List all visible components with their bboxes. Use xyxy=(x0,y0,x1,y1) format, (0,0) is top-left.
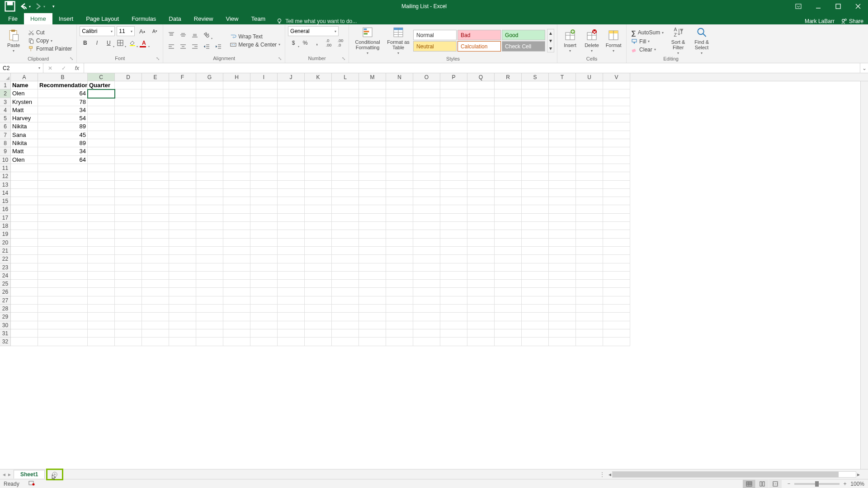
cell[interactable] xyxy=(386,255,413,263)
row-header[interactable]: 15 xyxy=(0,197,11,205)
cell[interactable] xyxy=(278,280,305,288)
cell[interactable] xyxy=(386,338,413,346)
cell[interactable] xyxy=(549,114,576,122)
cell[interactable] xyxy=(603,172,630,180)
cell[interactable] xyxy=(413,205,440,213)
cell[interactable] xyxy=(169,122,196,131)
cell[interactable] xyxy=(413,313,440,321)
cell[interactable] xyxy=(549,272,576,280)
cell[interactable] xyxy=(495,296,522,305)
cell[interactable] xyxy=(522,205,549,213)
cell[interactable] xyxy=(142,263,169,272)
column-header-D[interactable]: D xyxy=(115,73,142,81)
cell[interactable] xyxy=(440,296,467,305)
cell[interactable] xyxy=(38,172,88,180)
cell[interactable] xyxy=(332,156,359,164)
cell[interactable] xyxy=(467,122,495,131)
cell[interactable] xyxy=(603,156,630,164)
cell[interactable] xyxy=(305,305,332,313)
cell[interactable] xyxy=(278,139,305,147)
cell[interactable] xyxy=(223,89,250,98)
cell[interactable] xyxy=(386,239,413,247)
cell[interactable] xyxy=(305,172,332,180)
cell[interactable] xyxy=(359,122,386,131)
cell[interactable] xyxy=(359,263,386,272)
styles-scroll-up[interactable]: ▴ xyxy=(547,29,554,37)
view-page-break-button[interactable] xyxy=(769,480,782,488)
cell[interactable] xyxy=(467,131,495,139)
cell[interactable] xyxy=(603,131,630,139)
cell[interactable] xyxy=(603,338,630,346)
cell[interactable] xyxy=(142,305,169,313)
cell[interactable] xyxy=(305,230,332,238)
wrap-text-button[interactable]: Wrap Text xyxy=(228,33,282,40)
cell[interactable] xyxy=(522,272,549,280)
cell[interactable] xyxy=(576,197,603,205)
tab-home[interactable]: Home xyxy=(24,13,52,24)
vertical-scrollbar[interactable] xyxy=(860,81,868,469)
cell[interactable] xyxy=(522,122,549,131)
cell[interactable] xyxy=(305,255,332,263)
row-header[interactable]: 4 xyxy=(0,106,11,114)
cell[interactable] xyxy=(115,205,142,213)
row-header[interactable]: 13 xyxy=(0,181,11,189)
cell[interactable] xyxy=(332,338,359,346)
cell[interactable] xyxy=(278,296,305,305)
cell[interactable] xyxy=(440,205,467,213)
cell[interactable] xyxy=(467,106,495,114)
cell[interactable] xyxy=(88,313,115,321)
cell[interactable] xyxy=(142,321,169,329)
tab-view[interactable]: View xyxy=(219,13,245,24)
cell[interactable] xyxy=(196,172,223,180)
cell[interactable] xyxy=(223,313,250,321)
cell[interactable] xyxy=(142,313,169,321)
cell[interactable] xyxy=(386,305,413,313)
cell[interactable] xyxy=(440,288,467,296)
cell[interactable] xyxy=(413,222,440,230)
cell[interactable] xyxy=(278,81,305,89)
cell[interactable] xyxy=(467,255,495,263)
cell[interactable] xyxy=(250,230,278,238)
cell[interactable] xyxy=(196,222,223,230)
cell[interactable] xyxy=(250,338,278,346)
cell[interactable] xyxy=(278,98,305,106)
cell[interactable] xyxy=(250,189,278,197)
cell[interactable] xyxy=(522,106,549,114)
cell[interactable] xyxy=(250,313,278,321)
cell[interactable] xyxy=(250,305,278,313)
cell[interactable] xyxy=(196,131,223,139)
cell[interactable] xyxy=(278,230,305,238)
column-header-B[interactable]: B xyxy=(38,73,88,81)
cell[interactable] xyxy=(223,247,250,255)
cell[interactable] xyxy=(115,114,142,122)
cell[interactable] xyxy=(169,189,196,197)
underline-button[interactable]: U▾ xyxy=(103,38,114,48)
cell[interactable] xyxy=(576,313,603,321)
cell[interactable] xyxy=(196,247,223,255)
cell[interactable] xyxy=(169,296,196,305)
cell[interactable] xyxy=(88,222,115,230)
cell[interactable] xyxy=(88,122,115,131)
cell[interactable] xyxy=(278,321,305,329)
cell[interactable] xyxy=(386,288,413,296)
cell[interactable] xyxy=(576,329,603,338)
cell[interactable] xyxy=(386,329,413,338)
styles-scroll-down[interactable]: ▾ xyxy=(547,37,554,44)
cell[interactable] xyxy=(386,156,413,164)
cell[interactable] xyxy=(278,214,305,222)
cell[interactable] xyxy=(196,239,223,247)
cell[interactable] xyxy=(332,321,359,329)
cell[interactable] xyxy=(223,329,250,338)
cell[interactable] xyxy=(223,230,250,238)
alignment-dialog-launcher[interactable]: ⤡ xyxy=(278,56,283,61)
cell[interactable] xyxy=(223,81,250,89)
cell[interactable] xyxy=(142,239,169,247)
cell[interactable] xyxy=(467,247,495,255)
cell[interactable] xyxy=(549,305,576,313)
cell[interactable] xyxy=(359,156,386,164)
cell[interactable] xyxy=(332,189,359,197)
cell[interactable] xyxy=(386,214,413,222)
cell[interactable] xyxy=(495,81,522,89)
cell[interactable] xyxy=(332,89,359,98)
cell[interactable] xyxy=(467,280,495,288)
